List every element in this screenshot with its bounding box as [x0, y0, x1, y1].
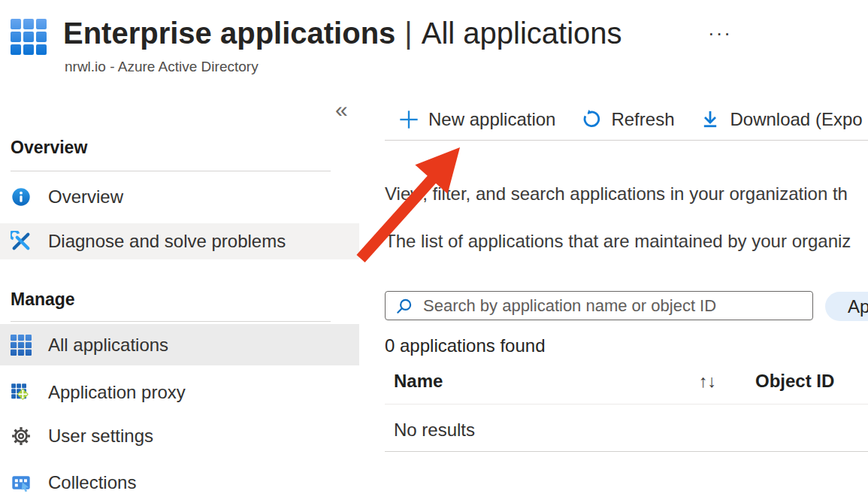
new-application-button[interactable]: New application: [398, 109, 555, 130]
table-header-divider: [385, 404, 868, 405]
apps-grid-icon: [11, 335, 32, 356]
enterprise-applications-page: Enterprise applications|All applications…: [0, 0, 868, 503]
application-search-box[interactable]: [385, 291, 813, 320]
toolbar-divider: [385, 140, 868, 141]
sort-arrows-icon[interactable]: ↑↓: [699, 371, 716, 392]
sidebar-item-label: Diagnose and solve problems: [48, 231, 286, 252]
refresh-label: Refresh: [611, 109, 674, 130]
filter-pill-label: Ap: [848, 296, 868, 317]
sidebar-item-label: Application proxy: [48, 382, 186, 403]
page-title: Enterprise applications|All applications: [63, 17, 622, 50]
column-header-object-id[interactable]: Object ID: [755, 371, 834, 392]
refresh-button[interactable]: Refresh: [581, 109, 674, 130]
sidebar-divider: [11, 171, 331, 171]
command-bar: New application Refresh Download (Expo: [398, 104, 863, 135]
collections-icon: [11, 472, 32, 493]
sidebar-item-label: User settings: [48, 426, 153, 447]
info-icon: [11, 186, 32, 208]
more-options-icon[interactable]: ···: [703, 21, 736, 46]
empty-results-message: No results: [394, 420, 475, 441]
sidebar-item-label: Overview: [48, 186, 123, 208]
sidebar-item-collections[interactable]: Collections: [0, 464, 359, 501]
sidebar-item-label: Collections: [48, 472, 136, 493]
application-type-filter-pill[interactable]: Ap: [825, 292, 868, 321]
sidebar-section-manage: Manage: [11, 289, 75, 310]
download-export-label: Download (Expo: [730, 109, 862, 130]
sidebar-section-overview: Overview: [11, 138, 87, 158]
sidebar-divider: [11, 321, 331, 322]
results-count: 0 applications found: [385, 335, 546, 356]
app-proxy-icon: [11, 382, 32, 403]
troubleshoot-tools-icon: [11, 231, 32, 252]
search-icon: [395, 296, 414, 316]
page-title-primary: Enterprise applications: [63, 17, 395, 50]
sidebar-item-all-applications[interactable]: All applications: [0, 324, 359, 365]
download-export-button[interactable]: Download (Expo: [700, 109, 862, 130]
gear-icon: [11, 426, 32, 447]
sidebar-item-overview[interactable]: Overview: [0, 178, 359, 216]
sidebar-item-application-proxy[interactable]: Application proxy: [0, 374, 359, 411]
search-input[interactable]: [422, 295, 805, 317]
refresh-icon: [581, 109, 602, 130]
new-application-label: New application: [428, 109, 555, 130]
sidebar-item-user-settings[interactable]: User settings: [0, 417, 359, 455]
plus-icon: [398, 109, 419, 130]
page-title-view: All applications: [422, 17, 622, 50]
table-bottom-divider: [385, 451, 868, 452]
download-icon: [700, 109, 721, 130]
intro-text-line-2: The list of applications that are mainta…: [385, 231, 851, 252]
sidebar-collapse-icon[interactable]: «: [331, 96, 352, 123]
directory-breadcrumb: nrwl.io - Azure Active Directory: [65, 59, 259, 75]
sidebar-item-diagnose-and-solve-problems[interactable]: Diagnose and solve problems: [0, 223, 359, 259]
title-separator: |: [404, 17, 412, 50]
column-header-name[interactable]: Name: [394, 371, 443, 392]
intro-text-line-1: View, filter, and search applications in…: [385, 183, 848, 205]
sidebar-item-label: All applications: [48, 335, 168, 356]
enterprise-applications-icon: [11, 19, 47, 55]
